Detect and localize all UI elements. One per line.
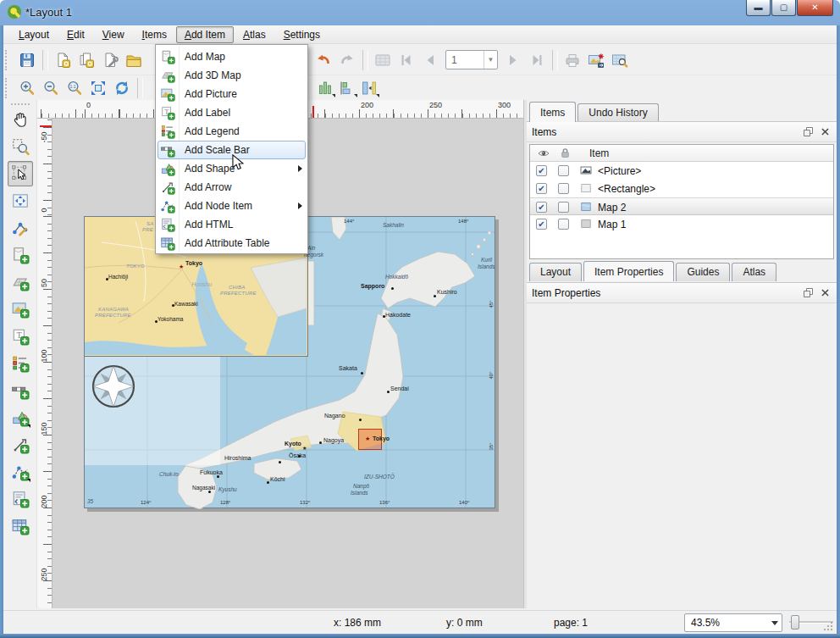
float-panel-icon[interactable]: [801, 286, 815, 300]
atlas-export-icon: [588, 52, 605, 69]
menu-item-add-label[interactable]: TAdd Label: [156, 103, 307, 122]
menu-settings[interactable]: Settings: [275, 26, 329, 43]
add-node-tool-button[interactable]: [8, 459, 33, 485]
visibility-checkbox[interactable]: ✔: [536, 219, 547, 230]
menu-add-item[interactable]: Add Item: [176, 26, 234, 43]
lock-checkbox[interactable]: [558, 219, 569, 230]
lock-checkbox[interactable]: [558, 202, 569, 213]
lock-checkbox[interactable]: [558, 165, 569, 176]
layout-page-map1[interactable]: 144°148°SakhalinAinnegorskKurilIslandsHo…: [84, 216, 495, 508]
menu-item-add-attribute-table[interactable]: Add Attribute Table: [156, 234, 307, 252]
new-layout-button[interactable]: [51, 48, 75, 72]
visibility-checkbox[interactable]: ✔: [536, 183, 547, 194]
titlebar[interactable]: *Layout 1 ▬ ▢ ✕: [0, 0, 840, 25]
open-folder-button[interactable]: [122, 48, 146, 72]
items-tree: Item ✔<Picture>✔<Rectangle>✔Map 2✔Map 1: [529, 144, 834, 259]
zoom-in-button[interactable]: [15, 76, 39, 100]
tab-atlas[interactable]: Atlas: [732, 263, 776, 281]
add-label-tool-button[interactable]: T: [8, 324, 33, 349]
map-label: 148°: [458, 219, 468, 224]
chevron-down-icon[interactable]: ▼: [484, 51, 497, 69]
add-map-tool-button[interactable]: [8, 242, 33, 268]
align-items-button[interactable]: [336, 78, 358, 98]
item-row-map-2[interactable]: ✔Map 2: [530, 197, 833, 215]
atlas-first-button[interactable]: [395, 48, 418, 72]
undo-button[interactable]: [312, 48, 335, 72]
atlas-settings-button[interactable]: [608, 48, 632, 72]
pan-tool-button[interactable]: [8, 107, 33, 132]
item-row-picture[interactable]: ✔<Picture>: [530, 162, 833, 180]
save-button[interactable]: [15, 48, 39, 72]
toolbar-grip[interactable]: [5, 78, 12, 98]
atlas-export-button[interactable]: [584, 48, 608, 72]
close-panel-icon[interactable]: [818, 286, 832, 300]
items-dock-titlebar[interactable]: Items: [527, 121, 837, 142]
zoom-actual-button[interactable]: 1:1: [63, 76, 86, 100]
atlas-next-button[interactable]: [501, 48, 525, 72]
menu-item-add-legend[interactable]: Add Legend: [156, 122, 307, 141]
map-label: Hokkaidō: [385, 275, 408, 280]
toolbar-grip[interactable]: [5, 50, 12, 70]
menu-item-add-map[interactable]: Add Map: [156, 47, 307, 66]
maximize-button[interactable]: ▢: [771, 0, 796, 16]
add-picture-tool-button[interactable]: [8, 297, 33, 322]
close-panel-icon[interactable]: [818, 125, 832, 139]
menu-item-add-arrow[interactable]: Add Arrow: [156, 178, 307, 197]
item-row-map-1[interactable]: ✔Map 1: [530, 215, 833, 233]
atlas-print-button[interactable]: [561, 48, 584, 72]
minimize-button[interactable]: ▬: [746, 0, 771, 16]
visibility-checkbox[interactable]: ✔: [536, 165, 547, 176]
close-button[interactable]: ✕: [797, 0, 833, 16]
float-panel-icon[interactable]: [801, 125, 815, 139]
menu-items[interactable]: Items: [134, 26, 175, 43]
tab-guides[interactable]: Guides: [676, 263, 730, 281]
raise-items-button[interactable]: [314, 78, 336, 98]
menu-atlas[interactable]: Atlas: [235, 26, 274, 43]
atlas-prev-button[interactable]: [418, 48, 442, 72]
menu-item-add-node-item[interactable]: Add Node Item: [156, 197, 307, 215]
atlas-page-combobox[interactable]: 1▼: [445, 50, 498, 69]
tab-items[interactable]: Items: [529, 102, 576, 122]
distribute-items-button[interactable]: [358, 78, 380, 98]
select-tool-button[interactable]: [8, 161, 33, 186]
layout-manager-button[interactable]: [98, 48, 122, 72]
duplicate-layout-button[interactable]: [75, 48, 98, 72]
edit-nodes-icon: [11, 219, 30, 237]
add-shape-tool-button[interactable]: [8, 405, 33, 430]
zoom-out-button[interactable]: [39, 76, 63, 100]
items-header[interactable]: Item: [530, 145, 833, 162]
menu-view[interactable]: View: [94, 26, 133, 43]
menu-item-add-picture[interactable]: Add Picture: [156, 85, 307, 103]
zoom-level-combobox[interactable]: 43.5%: [684, 613, 782, 632]
menu-item-add-3d-map[interactable]: Add 3D Map: [156, 66, 307, 85]
add-3dmap-tool-button[interactable]: [8, 269, 33, 295]
edit-nodes-tool-button[interactable]: [8, 215, 33, 241]
lock-checkbox[interactable]: [558, 183, 569, 194]
add-html-tool-button[interactable]: [8, 486, 33, 512]
atlas-preview-button[interactable]: [371, 48, 395, 72]
add-legend-tool-button[interactable]: [8, 351, 33, 376]
menu-item-add-html[interactable]: Add HTML: [156, 215, 307, 234]
add-attrtable-tool-button[interactable]: [8, 513, 33, 539]
refresh-button[interactable]: [110, 76, 134, 100]
redo-button[interactable]: [335, 48, 359, 72]
tab-undo-history[interactable]: Undo History: [578, 103, 658, 122]
visibility-checkbox[interactable]: ✔: [536, 202, 547, 213]
add-arrow-tool-button[interactable]: [8, 432, 33, 458]
menu-layout[interactable]: Layout: [10, 26, 58, 43]
north-arrow-picture[interactable]: [90, 363, 137, 410]
atlas-last-button[interactable]: [525, 48, 549, 72]
tab-item-properties[interactable]: Item Properties: [583, 261, 674, 281]
zoom-slider-handle[interactable]: [791, 615, 799, 630]
chevron-down-icon[interactable]: [767, 614, 782, 631]
move-content-tool-button[interactable]: [8, 188, 33, 214]
item-row-rectangle[interactable]: ✔<Rectangle>: [530, 180, 833, 197]
tab-layout[interactable]: Layout: [529, 263, 582, 281]
zoom-tool-tool-button[interactable]: [8, 134, 33, 159]
resize-grip[interactable]: [823, 621, 833, 631]
menu-edit[interactable]: Edit: [58, 26, 93, 43]
zoom-full-button[interactable]: [86, 76, 110, 100]
toolbar-grip[interactable]: [11, 103, 30, 105]
item-properties-dock-titlebar[interactable]: Item Properties: [527, 282, 837, 303]
add-scalebar-tool-button[interactable]: [8, 378, 33, 403]
